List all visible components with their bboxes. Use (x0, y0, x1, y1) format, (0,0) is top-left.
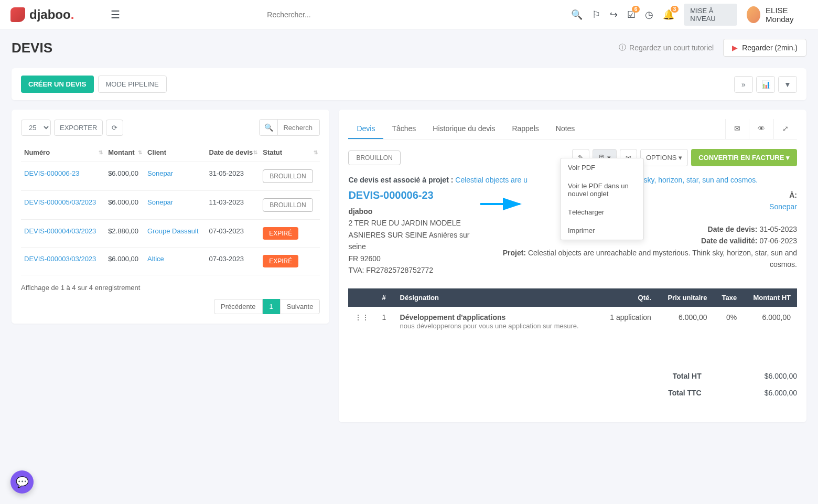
sort-icon: ⇅ (253, 149, 257, 155)
options-button[interactable]: OPTIONS ▾ (640, 149, 688, 166)
item-taxe: 0% (714, 307, 744, 336)
dropdown-nouvel-onglet[interactable]: Voir le PDF dans un nouvel onglet (561, 177, 643, 203)
project-label: Projet: (503, 249, 526, 257)
dropdown-imprimer[interactable]: Imprimer (561, 221, 643, 240)
total-ht-row: Total HT $6.000,00 (348, 368, 797, 384)
dropdown-voir-pdf[interactable]: Voir PDF (561, 158, 643, 177)
col-montant[interactable]: Montant⇅ (105, 143, 144, 162)
next-button[interactable]: Suivante (280, 299, 320, 314)
app-header: djaboo. ☰ 🔍 ⚐ ↪ ☑6 ◷ 🔔3 MISE À NIVEAU EL… (0, 0, 818, 29)
tab-rappels[interactable]: Rappels (503, 119, 547, 139)
cell-date: 07-03-2023 (206, 220, 260, 248)
chart-icon[interactable]: 📊 (756, 76, 775, 93)
page-head: DEVIS ⓘ Regardez un court tutoriel ▶ Reg… (12, 39, 806, 57)
mail-tab-icon[interactable]: ✉ (725, 119, 749, 139)
col-numero[interactable]: Numéro⇅ (21, 143, 105, 162)
client-link[interactable]: Sonepar (147, 169, 173, 177)
table-row[interactable]: DEVIS-000005/03/2023 $6.000,00 Sonepar 1… (21, 191, 320, 220)
export-button[interactable]: EXPORTER (54, 120, 103, 136)
share-icon[interactable]: ↪ (610, 9, 618, 20)
play-icon: ▶ (732, 44, 738, 52)
devis-link[interactable]: DEVIS-000006-23 (24, 169, 80, 177)
expand-tab-icon[interactable]: ⤢ (773, 119, 797, 139)
flag-icon[interactable]: ⚐ (592, 9, 600, 20)
devis-link[interactable]: DEVIS-000005/03/2023 (24, 198, 96, 206)
client-link[interactable]: Sonepar (147, 198, 173, 206)
to-label: À: (789, 191, 797, 199)
page-title: DEVIS (12, 40, 52, 56)
project-link[interactable]: Celestial objects are u (455, 176, 528, 184)
table-row[interactable]: DEVIS-000003/03/2023 $6.000,00 Altice 07… (21, 248, 320, 275)
tab-devis[interactable]: Devis (348, 119, 383, 139)
upgrade-button[interactable]: MISE À NIVEAU (684, 4, 737, 26)
tab-notes[interactable]: Notes (547, 119, 584, 139)
project-value: Celestial objects are unreachable and my… (528, 249, 797, 269)
total-ht-label: Total HT (673, 372, 702, 380)
refresh-button[interactable]: ⟳ (106, 120, 123, 136)
collapse-icon[interactable]: » (734, 76, 753, 93)
search-input[interactable] (267, 10, 424, 19)
eye-tab-icon[interactable]: 👁 (749, 119, 773, 139)
create-devis-button[interactable]: CRÉER UN DEVIS (21, 76, 94, 93)
watch-button[interactable]: ▶ Regarder (2min.) (723, 39, 806, 57)
tab-icon-group: ✉ 👁 ⤢ (725, 119, 797, 139)
col-taxe: Taxe (714, 288, 744, 307)
project-prefix: Ce devis est associé à projet : (348, 176, 453, 184)
status-badge: EXPIRÉ (263, 227, 298, 240)
client-link[interactable]: Sonepar (769, 202, 797, 211)
action-panel: CRÉER UN DEVIS MODE PIPELINE » 📊 ▼ (12, 68, 806, 100)
company-vat: TVA: FR27825728752772 (348, 264, 484, 276)
pipeline-mode-button[interactable]: MODE PIPELINE (98, 76, 167, 93)
notif-badge: 3 (671, 6, 679, 13)
clock-icon[interactable]: ◷ (645, 9, 653, 20)
convert-button[interactable]: CONVERTIR EN FACTURE ▾ (691, 149, 797, 166)
page-size-select[interactable]: 25 (21, 120, 51, 136)
user-menu[interactable]: ELISE Monday (747, 6, 808, 24)
table-search: 🔍 (259, 119, 320, 136)
search-icon[interactable]: 🔍 (571, 9, 583, 20)
col-client[interactable]: Client (144, 143, 206, 162)
page-1-button[interactable]: 1 (263, 299, 280, 314)
drag-handle-icon[interactable]: ⋮⋮ (348, 307, 375, 336)
date-label: Date de devis: (708, 225, 758, 233)
bell-icon[interactable]: 🔔3 (663, 9, 674, 20)
company-info: djaboo 2 TER RUE DU JARDIN MODELE ASNIER… (348, 206, 484, 276)
brand-logo[interactable]: djaboo. (10, 7, 74, 22)
item-num: 1 (375, 307, 393, 336)
company-addr1: 2 TER RUE DU JARDIN MODELE (348, 217, 484, 229)
status-badge: EXPIRÉ (263, 255, 298, 267)
devis-detail-panel: Devis Tâches Historique du devis Rappels… (339, 110, 806, 422)
cell-date: 31-05-2023 (206, 162, 260, 191)
col-statut[interactable]: Statut⇅ (260, 143, 320, 162)
tutorial-label: Regardez un court tutoriel (629, 44, 714, 52)
tab-taches[interactable]: Tâches (383, 119, 424, 139)
dropdown-telecharger[interactable]: Télécharger (561, 203, 643, 221)
col-date[interactable]: Date de devis⇅ (206, 143, 260, 162)
prev-button[interactable]: Précédente (214, 299, 263, 314)
client-link[interactable]: Altice (147, 255, 164, 263)
table-row[interactable]: DEVIS-000004/03/2023 $2.880,00 Groupe Da… (21, 220, 320, 248)
pagination: Précédente 1 Suivante (21, 299, 320, 314)
tutorial-link[interactable]: ⓘ Regardez un court tutoriel (619, 43, 714, 52)
cell-montant: $2.880,00 (105, 220, 144, 248)
two-column-layout: 25 EXPORTER ⟳ 🔍 Numéro⇅ Montant⇅ Client (12, 110, 806, 422)
table-controls: 25 EXPORTER ⟳ 🔍 (21, 119, 320, 136)
total-ttc-value: $6.000,00 (765, 389, 797, 397)
menu-toggle-icon[interactable]: ☰ (111, 8, 120, 21)
table-search-input[interactable] (278, 119, 320, 136)
brand-name: djaboo (29, 7, 71, 22)
client-link[interactable]: Groupe Dassault (147, 227, 199, 235)
validity-value: 07-06-2023 (759, 237, 797, 245)
table-search-icon[interactable]: 🔍 (259, 119, 278, 136)
total-ttc-row: Total TTC $6.000,00 (348, 384, 797, 401)
company-addr3: FR 92600 (348, 253, 484, 264)
devis-link[interactable]: DEVIS-000003/03/2023 (24, 255, 96, 263)
avatar (747, 6, 760, 23)
tab-historique[interactable]: Historique du devis (424, 119, 503, 139)
panel-right-icons: » 📊 ▼ (734, 76, 797, 93)
cell-montant: $6.000,00 (105, 191, 144, 220)
tasks-icon[interactable]: ☑6 (627, 9, 636, 20)
devis-link[interactable]: DEVIS-000004/03/2023 (24, 227, 96, 235)
filter-icon[interactable]: ▼ (778, 76, 797, 93)
table-row[interactable]: DEVIS-000006-23 $6.000,00 Sonepar 31-05-… (21, 162, 320, 191)
